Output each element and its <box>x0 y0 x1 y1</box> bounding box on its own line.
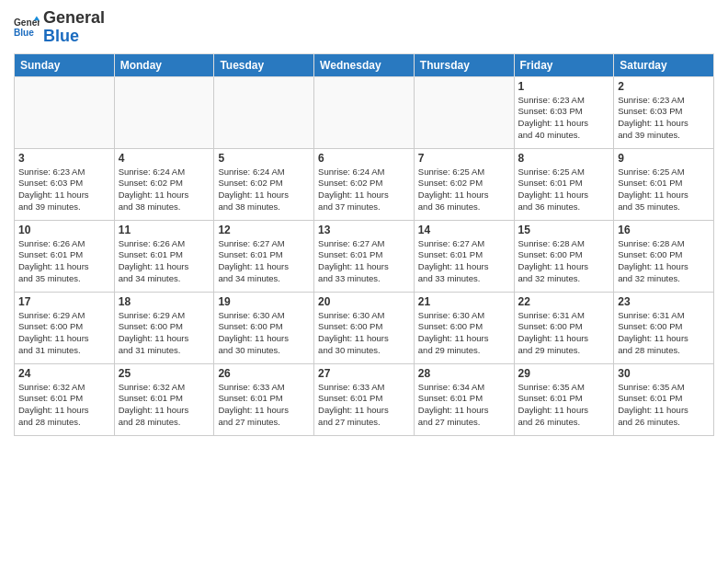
day-cell-21: 21Sunrise: 6:30 AMSunset: 6:00 PMDayligh… <box>414 292 514 363</box>
day-info: Sunrise: 6:30 AMSunset: 6:00 PMDaylight:… <box>418 310 510 357</box>
day-number: 23 <box>618 295 710 308</box>
week-row-2: 3Sunrise: 6:23 AMSunset: 6:03 PMDaylight… <box>15 148 714 220</box>
day-number: 13 <box>318 224 410 236</box>
col-header-tuesday: Tuesday <box>214 53 314 76</box>
day-info: Sunrise: 6:32 AMSunset: 6:01 PMDaylight:… <box>18 382 110 429</box>
day-number: 7 <box>418 152 510 165</box>
day-info: Sunrise: 6:24 AMSunset: 6:02 PMDaylight:… <box>318 167 410 213</box>
day-info: Sunrise: 6:23 AMSunset: 6:03 PMDaylight:… <box>18 167 110 213</box>
day-number: 24 <box>18 367 110 380</box>
day-info: Sunrise: 6:23 AMSunset: 6:03 PMDaylight:… <box>518 95 610 142</box>
day-cell-11: 11Sunrise: 6:26 AMSunset: 6:01 PMDayligh… <box>114 220 214 292</box>
day-number: 19 <box>218 295 310 308</box>
day-cell-14: 14Sunrise: 6:27 AMSunset: 6:01 PMDayligh… <box>414 220 514 292</box>
day-cell-30: 30Sunrise: 6:35 AMSunset: 6:01 PMDayligh… <box>614 363 714 435</box>
day-cell-16: 16Sunrise: 6:28 AMSunset: 6:00 PMDayligh… <box>614 220 714 292</box>
day-number: 25 <box>119 367 210 380</box>
calendar-header-row: SundayMondayTuesdayWednesdayThursdayFrid… <box>15 53 714 76</box>
day-cell-2: 2Sunrise: 6:23 AMSunset: 6:03 PMDaylight… <box>614 76 714 148</box>
day-info: Sunrise: 6:34 AMSunset: 6:01 PMDaylight:… <box>418 382 510 429</box>
day-info: Sunrise: 6:33 AMSunset: 6:01 PMDaylight:… <box>218 382 310 429</box>
empty-cell <box>15 76 115 148</box>
day-info: Sunrise: 6:27 AMSunset: 6:01 PMDaylight:… <box>418 238 510 285</box>
day-info: Sunrise: 6:26 AMSunset: 6:01 PMDaylight:… <box>18 238 110 285</box>
logo: General Blue General Blue <box>14 9 105 46</box>
day-info: Sunrise: 6:35 AMSunset: 6:01 PMDaylight:… <box>618 382 710 429</box>
day-cell-10: 10Sunrise: 6:26 AMSunset: 6:01 PMDayligh… <box>15 220 115 292</box>
day-info: Sunrise: 6:28 AMSunset: 6:00 PMDaylight:… <box>518 238 610 285</box>
day-cell-19: 19Sunrise: 6:30 AMSunset: 6:00 PMDayligh… <box>214 292 314 363</box>
day-number: 29 <box>518 367 610 380</box>
week-row-4: 17Sunrise: 6:29 AMSunset: 6:00 PMDayligh… <box>15 292 714 363</box>
empty-cell <box>314 76 415 148</box>
day-info: Sunrise: 6:33 AMSunset: 6:01 PMDaylight:… <box>318 382 410 429</box>
day-cell-29: 29Sunrise: 6:35 AMSunset: 6:01 PMDayligh… <box>514 363 614 435</box>
day-cell-8: 8Sunrise: 6:25 AMSunset: 6:01 PMDaylight… <box>514 148 614 220</box>
day-info: Sunrise: 6:32 AMSunset: 6:01 PMDaylight:… <box>119 382 210 429</box>
day-info: Sunrise: 6:31 AMSunset: 6:00 PMDaylight:… <box>618 310 710 357</box>
week-row-1: 1Sunrise: 6:23 AMSunset: 6:03 PMDaylight… <box>15 76 714 148</box>
day-number: 2 <box>618 80 710 93</box>
day-info: Sunrise: 6:24 AMSunset: 6:02 PMDaylight:… <box>119 167 210 213</box>
day-cell-24: 24Sunrise: 6:32 AMSunset: 6:01 PMDayligh… <box>15 363 115 435</box>
day-cell-26: 26Sunrise: 6:33 AMSunset: 6:01 PMDayligh… <box>214 363 314 435</box>
day-info: Sunrise: 6:30 AMSunset: 6:00 PMDaylight:… <box>218 310 310 357</box>
svg-text:Blue: Blue <box>14 28 34 38</box>
day-number: 10 <box>18 224 110 236</box>
calendar-table: SundayMondayTuesdayWednesdayThursdayFrid… <box>14 53 714 436</box>
empty-cell <box>414 76 514 148</box>
day-number: 8 <box>518 152 610 165</box>
day-number: 5 <box>218 152 310 165</box>
day-cell-7: 7Sunrise: 6:25 AMSunset: 6:02 PMDaylight… <box>414 148 514 220</box>
day-cell-22: 22Sunrise: 6:31 AMSunset: 6:00 PMDayligh… <box>514 292 614 363</box>
col-header-saturday: Saturday <box>614 53 714 76</box>
day-number: 14 <box>418 224 510 236</box>
logo-icon: General Blue <box>14 15 40 40</box>
day-cell-28: 28Sunrise: 6:34 AMSunset: 6:01 PMDayligh… <box>414 363 514 435</box>
day-cell-6: 6Sunrise: 6:24 AMSunset: 6:02 PMDaylight… <box>314 148 415 220</box>
week-row-5: 24Sunrise: 6:32 AMSunset: 6:01 PMDayligh… <box>15 363 714 435</box>
day-info: Sunrise: 6:27 AMSunset: 6:01 PMDaylight:… <box>218 238 310 285</box>
day-number: 16 <box>618 224 710 236</box>
day-number: 1 <box>518 80 610 93</box>
day-number: 9 <box>618 152 710 165</box>
day-cell-27: 27Sunrise: 6:33 AMSunset: 6:01 PMDayligh… <box>314 363 415 435</box>
day-info: Sunrise: 6:25 AMSunset: 6:02 PMDaylight:… <box>418 167 510 213</box>
day-info: Sunrise: 6:24 AMSunset: 6:02 PMDaylight:… <box>218 167 310 213</box>
day-cell-13: 13Sunrise: 6:27 AMSunset: 6:01 PMDayligh… <box>314 220 415 292</box>
day-number: 6 <box>318 152 410 165</box>
day-number: 26 <box>218 367 310 380</box>
day-number: 4 <box>119 152 210 165</box>
day-number: 3 <box>18 152 110 165</box>
week-row-3: 10Sunrise: 6:26 AMSunset: 6:01 PMDayligh… <box>15 220 714 292</box>
day-info: Sunrise: 6:26 AMSunset: 6:01 PMDaylight:… <box>119 238 210 285</box>
col-header-wednesday: Wednesday <box>314 53 415 76</box>
day-cell-9: 9Sunrise: 6:25 AMSunset: 6:01 PMDaylight… <box>614 148 714 220</box>
day-info: Sunrise: 6:25 AMSunset: 6:01 PMDaylight:… <box>518 167 610 213</box>
col-header-thursday: Thursday <box>414 53 514 76</box>
day-number: 18 <box>119 295 210 308</box>
day-info: Sunrise: 6:27 AMSunset: 6:01 PMDaylight:… <box>318 238 410 285</box>
day-number: 12 <box>218 224 310 236</box>
col-header-monday: Monday <box>114 53 214 76</box>
day-info: Sunrise: 6:28 AMSunset: 6:00 PMDaylight:… <box>618 238 710 285</box>
page: General Blue General Blue SundayMondayTu… <box>0 0 728 563</box>
day-cell-20: 20Sunrise: 6:30 AMSunset: 6:00 PMDayligh… <box>314 292 415 363</box>
day-info: Sunrise: 6:35 AMSunset: 6:01 PMDaylight:… <box>518 382 610 429</box>
day-cell-3: 3Sunrise: 6:23 AMSunset: 6:03 PMDaylight… <box>15 148 115 220</box>
day-cell-1: 1Sunrise: 6:23 AMSunset: 6:03 PMDaylight… <box>514 76 614 148</box>
empty-cell <box>114 76 214 148</box>
day-cell-17: 17Sunrise: 6:29 AMSunset: 6:00 PMDayligh… <box>15 292 115 363</box>
day-info: Sunrise: 6:23 AMSunset: 6:03 PMDaylight:… <box>618 95 710 142</box>
header: General Blue General Blue <box>14 9 714 46</box>
day-number: 20 <box>318 295 410 308</box>
day-info: Sunrise: 6:29 AMSunset: 6:00 PMDaylight:… <box>119 310 210 357</box>
empty-cell <box>214 76 314 148</box>
day-cell-15: 15Sunrise: 6:28 AMSunset: 6:00 PMDayligh… <box>514 220 614 292</box>
day-number: 21 <box>418 295 510 308</box>
day-cell-12: 12Sunrise: 6:27 AMSunset: 6:01 PMDayligh… <box>214 220 314 292</box>
day-info: Sunrise: 6:29 AMSunset: 6:00 PMDaylight:… <box>18 310 110 357</box>
day-number: 30 <box>618 367 710 380</box>
day-number: 11 <box>119 224 210 236</box>
day-cell-4: 4Sunrise: 6:24 AMSunset: 6:02 PMDaylight… <box>114 148 214 220</box>
